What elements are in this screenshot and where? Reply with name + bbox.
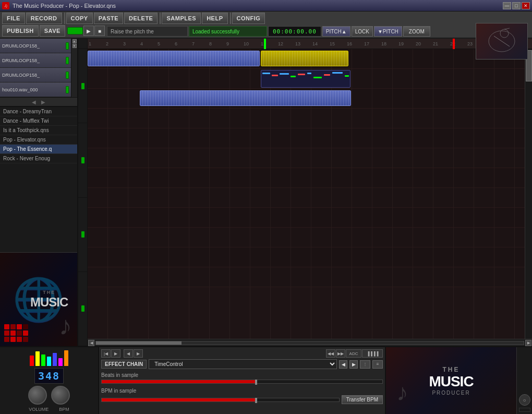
toolbar-row1: FILE RECORD COPY PASTE DELETE SAMPLES HE… [2, 13, 530, 24]
sequencer-tracks[interactable] [88, 49, 532, 339]
track-row-5 [88, 128, 525, 148]
red-block [4, 337, 9, 342]
track-row-6 [88, 148, 525, 168]
file-button[interactable]: FILE [2, 13, 25, 24]
playhead-marker-red [453, 39, 455, 49]
rb2[interactable]: ▶▶ [336, 349, 345, 358]
ec-prev-btn[interactable]: ◀ [339, 360, 347, 369]
hscroll-left-btn[interactable]: ◀ [88, 340, 94, 346]
volume-knob[interactable] [28, 386, 47, 405]
track-list-container: DRUMLOOP158_ DRUMLOOP158_ DRUMLOOP158_ [0, 39, 77, 97]
play-btn[interactable]: ▶ [111, 349, 120, 358]
file-item-1[interactable]: Dance - DreamyTran [0, 107, 77, 116]
lock-button[interactable]: LOCK [352, 26, 373, 37]
play-button[interactable]: ▶ [83, 26, 94, 36]
copy-button[interactable]: COPY [66, 13, 93, 24]
rb4[interactable]: ▐▐▐▐ [362, 349, 383, 358]
red-block [17, 337, 22, 342]
track-name: DRUMLOOP158_ [2, 73, 40, 78]
eq-bar-5 [53, 353, 57, 366]
nav-left-btn[interactable]: ◀ [124, 349, 133, 358]
piano-roll-clip[interactable] [261, 70, 350, 88]
panel-scroll-controls: ◀ ▶ [0, 97, 77, 107]
piano-note [345, 75, 349, 77]
hscroll-right-btn[interactable]: ▶ [525, 340, 531, 346]
record-button[interactable]: RECORD [26, 13, 62, 24]
hscroll-track[interactable] [95, 341, 524, 345]
bpm-knob[interactable] [51, 386, 70, 405]
scroll-right-arrow[interactable]: ▶ [41, 99, 45, 105]
prev-btn[interactable]: |◀ [101, 349, 111, 358]
track-row-4 [88, 109, 525, 128]
beats-slider[interactable] [101, 380, 383, 384]
track-row-1 [88, 49, 525, 69]
zoom-button[interactable]: ZOOM [403, 26, 430, 37]
ec-options-btn[interactable]: ⋮ [360, 360, 370, 369]
stop-button[interactable]: ■ [94, 26, 105, 36]
sequencer-hscroll[interactable]: ◀ ▶ [88, 339, 532, 346]
clip-blue-3[interactable] [140, 90, 351, 106]
file-item-2[interactable]: Dance - Mufflex Twi [0, 116, 77, 126]
red-block [10, 324, 16, 329]
bpm-slider[interactable] [101, 398, 340, 402]
file-item-4[interactable]: Pop - Elevator.qns [0, 135, 77, 145]
save-button[interactable]: SAVE [40, 25, 65, 37]
rb1[interactable]: ◀◀ [326, 349, 335, 358]
level-bars [78, 49, 87, 346]
svg-point-2 [500, 29, 509, 38]
bpm-label: BPM [59, 407, 69, 412]
pitch-down-button[interactable]: ▼PITCH [374, 26, 402, 37]
track-item[interactable]: hou010.wav_000 [0, 82, 71, 97]
clip-yellow-1[interactable] [261, 51, 348, 66]
config-button[interactable]: CONFIG [232, 13, 265, 24]
minimize-button[interactable]: — [503, 2, 511, 9]
nav-right-btn[interactable]: ▶ [134, 349, 143, 358]
bpm-slider-container: Transfer BPM [101, 395, 383, 404]
transfer-bpm-button[interactable]: Transfer BPM [342, 395, 383, 404]
samples-button[interactable]: SAMPLES [162, 13, 201, 24]
hscroll-thumb[interactable] [96, 341, 182, 345]
piano-note [272, 75, 278, 76]
rb3[interactable]: ADC [346, 349, 361, 358]
red-block [17, 330, 22, 336]
delete-button[interactable]: DELETE [124, 13, 158, 24]
ec-next-btn[interactable]: ▶ [349, 360, 358, 369]
logo-text: THE MUSIC [30, 290, 68, 310]
eq-bar-4 [47, 357, 51, 366]
track-list-scrollbar[interactable]: ▲ ▼ [71, 39, 77, 97]
scroll-left-arrow[interactable]: ◀ [32, 99, 36, 105]
file-item-5[interactable]: Pop - The Essence.q [0, 145, 77, 154]
red-block [10, 330, 16, 336]
track-item[interactable]: DRUMLOOP158_ [0, 39, 71, 53]
eq-bar-6 [58, 358, 63, 366]
red-block [23, 324, 28, 329]
track-item[interactable]: DRUMLOOP158_ [0, 53, 71, 68]
track-name: DRUMLOOP158_ [2, 58, 40, 63]
level-bar-4 [78, 272, 87, 346]
time-control-select[interactable]: TimeControl [149, 359, 337, 369]
level-indicator [81, 231, 84, 238]
scroll-up-btn[interactable]: ▲ [72, 39, 77, 43]
scroll-down-btn[interactable]: ▼ [72, 44, 77, 48]
red-block [23, 330, 28, 336]
close-button[interactable]: ✕ [522, 2, 530, 9]
clip-blue-1[interactable] [88, 51, 260, 66]
bpm-slider-thumb [255, 398, 257, 403]
level-bar-3 [78, 198, 87, 272]
bottom-center-effects: |◀ ▶ ◀ ▶ ◀◀ ▶▶ ADC ▐▐▐▐ EFFECT CHAIN [99, 347, 386, 414]
publish-button[interactable]: PUBLISH [2, 25, 39, 37]
title-bar-left: ♫ The Music Producer - Pop - Elevator.qn… [2, 2, 116, 9]
file-item-3[interactable]: Is it a Toothpick.qns [0, 126, 77, 135]
track-item[interactable]: DRUMLOOP158_ [0, 68, 71, 82]
sequencer-vscroll[interactable] [525, 49, 532, 339]
pitch-up-button[interactable]: PITCH▲ [322, 26, 350, 37]
file-item-6[interactable]: Rock - Never Enoug [0, 154, 77, 163]
right-knob[interactable]: ○ [519, 394, 530, 406]
right-edge-panel: ○ [516, 347, 532, 414]
paste-button[interactable]: PASTE [94, 13, 123, 24]
ec-config-btn[interactable]: ≡ [372, 360, 383, 369]
help-button[interactable]: HELP [202, 13, 227, 24]
maximize-button[interactable]: □ [512, 2, 521, 9]
piano-note [332, 72, 343, 74]
bottom-logo: THE MUSIC PRODUCER [429, 366, 473, 396]
